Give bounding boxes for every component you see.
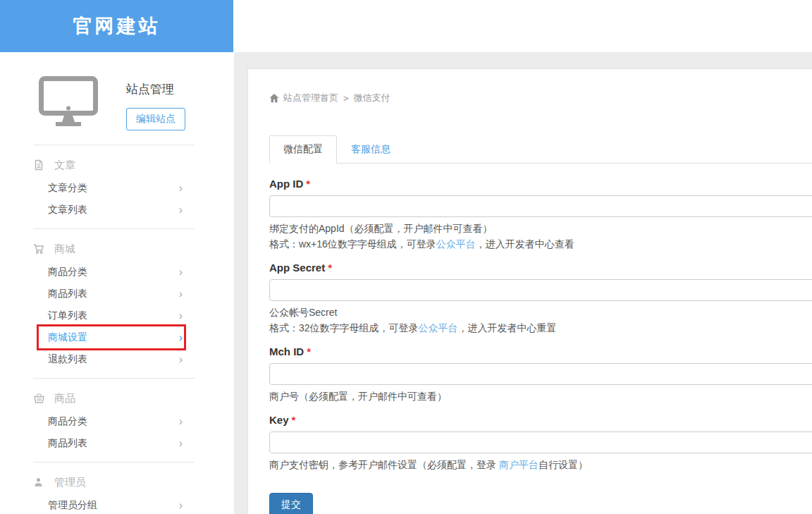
tab-customer-service[interactable]: 客服信息 <box>337 135 405 164</box>
chevron-right-icon: › <box>179 204 183 216</box>
breadcrumb-home-link[interactable]: 站点管理首页 <box>283 92 338 104</box>
tab-wechat-config[interactable]: 微信配置 <box>269 135 337 164</box>
required-asterisk: * <box>328 262 332 274</box>
help-text: 格式：wx+16位数字字母组成，可登录公众平台，进入开发者中心查看 <box>269 236 812 252</box>
sidebar-section-header-articles: 文章 <box>0 153 233 177</box>
mp-platform-link[interactable]: 公众平台 <box>436 238 476 250</box>
sidebar-item-label: 商品列表 <box>48 288 87 300</box>
monitor-icon <box>39 76 98 137</box>
breadcrumb-current: 微信支付 <box>354 92 390 104</box>
chevron-right-icon: › <box>179 267 183 278</box>
cart-icon <box>33 243 45 255</box>
sidebar-item-label: 订单列表 <box>48 310 87 322</box>
required-asterisk: * <box>292 414 296 426</box>
sidebar-item-goods-category[interactable]: 商品分类› <box>48 410 183 432</box>
sidebar-item-product-list[interactable]: 商品列表› <box>48 283 183 305</box>
sidebar-section-label: 文章 <box>54 159 75 172</box>
sidebar-divider <box>33 378 195 379</box>
sidebar-item-label: 退款列表 <box>48 353 87 366</box>
sidebar-item-refund-list[interactable]: 退款列表› <box>48 348 183 370</box>
home-icon <box>269 93 279 103</box>
breadcrumb-separator: > <box>343 93 349 104</box>
basket-icon <box>33 393 45 405</box>
sidebar-sections: 文章文章分类›文章列表›商城商品分类›商品列表›订单列表›商城设置›退款列表›商… <box>0 145 233 514</box>
help-text: 商户号（必须配置，开户邮件中可查看） <box>269 388 812 404</box>
chevron-right-icon: › <box>179 354 183 365</box>
submit-button[interactable]: 提交 <box>269 493 313 514</box>
key-label: Key* <box>269 414 812 426</box>
sidebar-section-header-admins: 管理员 <box>0 470 233 494</box>
sidebar: 站点管理 编辑站点 文章文章分类›文章列表›商城商品分类›商品列表›订单列表›商… <box>0 52 233 514</box>
help-text: 格式：32位数字字母组成，可登录公众平台，进入开发者中心重置 <box>269 320 812 336</box>
field-key: Key*商户支付密钥，参考开户邮件设置（必须配置，登录 商户平台自行设置） <box>269 414 812 472</box>
help-text: 绑定支付的AppId（必须配置，开户邮件中可查看） <box>269 221 812 236</box>
sidebar-item-goods-list[interactable]: 商品列表› <box>48 432 183 454</box>
chevron-right-icon: › <box>179 310 183 322</box>
article-icon <box>33 159 45 171</box>
key-input[interactable] <box>269 432 812 453</box>
sidebar-section-label: 管理员 <box>54 476 86 489</box>
chevron-right-icon: › <box>179 416 183 427</box>
edit-site-button[interactable]: 编辑站点 <box>126 108 185 130</box>
field-app-id: App ID*绑定支付的AppId（必须配置，开户邮件中可查看）格式：wx+16… <box>269 178 812 252</box>
sidebar-item-label: 文章列表 <box>48 204 87 216</box>
app-secret-input[interactable] <box>269 279 812 301</box>
sidebar-item-product-category[interactable]: 商品分类› <box>48 261 183 283</box>
sidebar-section-goods: 商品商品分类›商品列表› <box>0 378 233 454</box>
wechat-pay-form: App ID*绑定支付的AppId（必须配置，开户邮件中可查看）格式：wx+16… <box>269 178 812 472</box>
sidebar-item-article-category[interactable]: 文章分类› <box>48 177 183 199</box>
chevron-right-icon: › <box>179 183 183 194</box>
help-text: 公众帐号Secret <box>269 305 812 320</box>
sidebar-item-admin-groups[interactable]: 管理员分组› <box>48 494 183 514</box>
mp-platform-link[interactable]: 公众平台 <box>419 322 458 334</box>
app-secret-label: App Secret* <box>269 262 812 274</box>
mch-id-input[interactable] <box>269 363 812 385</box>
user-icon <box>33 477 45 489</box>
chevron-right-icon: › <box>179 500 183 511</box>
sidebar-item-article-list[interactable]: 文章列表› <box>48 199 183 221</box>
sidebar-section-header-mall: 商城 <box>0 237 233 261</box>
required-asterisk: * <box>307 345 311 357</box>
sidebar-item-label: 商品列表 <box>48 437 87 450</box>
required-asterisk: * <box>306 178 310 190</box>
chevron-right-icon: › <box>179 332 183 343</box>
app-root: 官网建站 站点管理 编辑站点 文章文章分类›文章列表›商城商品分类›商品列表›订… <box>0 0 812 514</box>
site-info: 站点管理 编辑站点 <box>126 76 185 137</box>
app-title: 官网建站 <box>73 13 161 39</box>
tab-bar: 微信配置 客服信息 <box>269 135 812 164</box>
chevron-right-icon: › <box>179 438 183 449</box>
sidebar-divider <box>33 462 195 463</box>
field-app-secret: App Secret*公众帐号Secret格式：32位数字字母组成，可登录公众平… <box>269 262 812 336</box>
sidebar-section-label: 商城 <box>54 243 75 256</box>
site-block: 站点管理 编辑站点 <box>0 52 233 137</box>
breadcrumb: 站点管理首页 > 微信支付 <box>269 92 812 104</box>
brand-header: 官网建站 <box>0 0 233 52</box>
content-card: 站点管理首页 > 微信支付 微信配置 客服信息 App ID*绑定支付的AppI… <box>247 68 812 514</box>
site-title: 站点管理 <box>126 81 185 97</box>
sidebar-item-order-list[interactable]: 订单列表› <box>48 305 183 326</box>
app-id-input[interactable] <box>269 195 812 217</box>
sidebar-section-header-goods: 商品 <box>0 386 233 410</box>
sidebar-item-label: 商城设置 <box>48 331 87 344</box>
sidebar-item-label: 管理员分组 <box>48 499 97 512</box>
sidebar-item-label: 商品分类 <box>48 415 87 428</box>
sidebar-section-articles: 文章文章分类›文章列表› <box>0 145 233 221</box>
sidebar-section-mall: 商城商品分类›商品列表›订单列表›商城设置›退款列表› <box>0 228 233 370</box>
sidebar-item-label: 文章分类 <box>48 182 87 195</box>
field-mch-id: Mch ID*商户号（必须配置，开户邮件中可查看） <box>269 345 812 404</box>
merchant-platform-link[interactable]: 商户平台 <box>499 459 539 470</box>
sidebar-item-label: 商品分类 <box>48 266 87 279</box>
main-area: 站点管理首页 > 微信支付 微信配置 客服信息 App ID*绑定支付的AppI… <box>234 52 812 514</box>
sidebar-item-mall-settings[interactable]: 商城设置› <box>48 326 183 348</box>
app-id-label: App ID* <box>269 178 812 190</box>
sidebar-divider <box>33 228 195 229</box>
sidebar-section-label: 商品 <box>54 392 75 405</box>
help-text: 商户支付密钥，参考开户邮件设置（必须配置，登录 商户平台自行设置） <box>269 457 812 472</box>
sidebar-section-admins: 管理员管理员分组› <box>0 462 233 514</box>
sidebar-divider <box>33 145 195 145</box>
chevron-right-icon: › <box>179 288 183 300</box>
topbar <box>233 0 812 52</box>
mch-id-label: Mch ID* <box>269 345 812 357</box>
